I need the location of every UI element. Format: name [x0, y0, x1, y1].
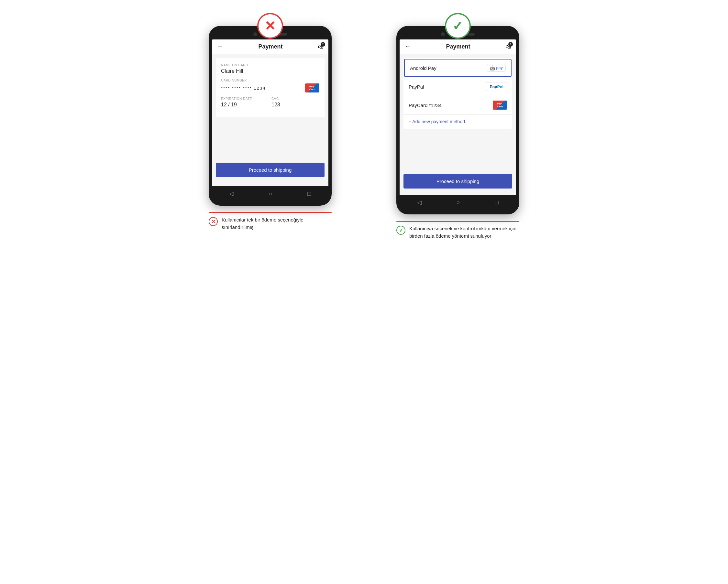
android-pay-logo: 🤖 pay — [487, 64, 506, 72]
left-cart-count: 2 — [321, 42, 325, 47]
right-caption-line — [396, 221, 519, 222]
paypal-logo-text: PayPal — [490, 84, 503, 89]
add-payment-label: + Add new payment method — [409, 119, 465, 124]
right-nav-home[interactable]: ○ — [457, 199, 460, 206]
android-pay-name: Android Pay — [410, 65, 437, 71]
left-caption-icon: ✕ — [211, 219, 215, 225]
left-screen-content: NAME ON CARD Claire Hill CARD NUMBER ***… — [212, 54, 329, 186]
paypal-logo: PayPal — [486, 82, 507, 91]
right-cart-count: 2 — [508, 42, 513, 47]
left-caption: ✕ Kullanıcılar tek bir ödeme seçeneğiyle… — [209, 212, 332, 231]
left-badge: ✕ — [257, 13, 283, 39]
card-last4: 1234 — [254, 86, 266, 90]
card-dots-text: **** **** **** — [221, 86, 252, 90]
left-badge-symbol: ✕ — [265, 19, 276, 33]
android-pay-item[interactable]: Android Pay 🤖 pay — [404, 59, 512, 77]
paycard-logo-list: PayCard — [493, 101, 507, 110]
expiry-row: EXPIRATION DATE 12 / 19 CVC 123 — [221, 97, 319, 112]
paypal-name: PayPal — [409, 84, 424, 89]
right-caption: ✓ Kullanıcıya seçenek ve kontrol imkânı … — [396, 221, 519, 240]
right-caption-badge: ✓ — [396, 226, 406, 235]
left-camera — [253, 32, 257, 36]
right-back-icon[interactable]: ← — [405, 43, 411, 50]
expiry-value: 12 / 19 — [221, 102, 252, 108]
right-caption-text: Kullanıcıya seçenek ve kontrol imkânı ve… — [409, 225, 519, 240]
right-proceed-button[interactable]: Proceed to shipping — [404, 174, 512, 189]
left-cart[interactable]: 🛍 2 — [318, 44, 323, 50]
right-screen-content: Android Pay 🤖 pay PayPal PayPal — [399, 54, 516, 195]
left-nav-recents[interactable]: □ — [307, 191, 311, 197]
left-bottom-nav: ◁ ○ □ — [212, 186, 329, 201]
expiry-label: EXPIRATION DATE — [221, 97, 252, 101]
right-app-bar: ← Payment 🛍 2 — [399, 39, 516, 54]
add-payment-method[interactable]: + Add new payment method — [404, 114, 512, 129]
left-caption-text: Kullanıcılar tek bir ödeme seçeneğiyle s… — [222, 216, 332, 231]
cvc-value: 123 — [271, 102, 280, 108]
right-cart[interactable]: 🛍 2 — [506, 44, 511, 50]
left-phone-section: ✕ ← Payment 🛍 2 — [186, 13, 354, 231]
right-badge: ✓ — [445, 13, 471, 39]
paycard-logo-form: PayCard — [305, 83, 319, 92]
right-caption-icon: ✓ — [399, 227, 403, 233]
left-back-icon[interactable]: ← — [217, 43, 223, 50]
right-nav-back[interactable]: ◁ — [417, 199, 422, 206]
left-nav-home[interactable]: ○ — [269, 191, 272, 197]
left-app-title: Payment — [258, 43, 283, 50]
payment-methods-card: Android Pay 🤖 pay PayPal PayPal — [404, 58, 512, 129]
android-robot-icon: 🤖 — [490, 65, 495, 71]
android-pay-text: pay — [496, 66, 503, 70]
card-form: NAME ON CARD Claire Hill CARD NUMBER ***… — [216, 58, 324, 117]
paycard-item[interactable]: PayCard *1234 PayCard — [404, 96, 512, 114]
name-value: Claire Hill — [221, 68, 319, 74]
right-nav-recents[interactable]: □ — [495, 199, 499, 206]
left-nav-back[interactable]: ◁ — [229, 190, 234, 197]
right-phone-section: ✓ ← Payment 🛍 2 — [374, 13, 542, 240]
paycard-name: PayCard *1234 — [409, 103, 442, 108]
expiry-col: EXPIRATION DATE 12 / 19 — [221, 97, 252, 112]
page-container: ✕ ← Payment 🛍 2 — [186, 13, 542, 240]
right-phone-frame: ← Payment 🛍 2 Android Pay — [396, 26, 519, 214]
paypal-item[interactable]: PayPal PayPal — [404, 78, 512, 96]
left-screen: ← Payment 🛍 2 NAME ON CARD Claire Hill C… — [212, 39, 329, 201]
right-camera — [441, 32, 445, 36]
cvc-col: CVC 123 — [271, 97, 280, 112]
left-phone-frame: ← Payment 🛍 2 NAME ON CARD Claire Hill C… — [209, 26, 332, 206]
right-screen: ← Payment 🛍 2 Android Pay — [399, 39, 516, 210]
right-app-title: Payment — [446, 43, 470, 50]
cvc-label: CVC — [271, 97, 280, 101]
left-app-bar: ← Payment 🛍 2 — [212, 39, 329, 54]
left-caption-badge: ✕ — [209, 217, 218, 226]
card-number: **** **** **** 1234 — [221, 86, 266, 90]
right-bottom-nav: ◁ ○ □ — [399, 195, 516, 210]
name-label: NAME ON CARD — [221, 63, 319, 67]
left-proceed-button[interactable]: Proceed to shipping — [216, 163, 324, 177]
right-badge-symbol: ✓ — [452, 19, 463, 33]
left-caption-line — [209, 212, 332, 213]
card-label: CARD NUMBER — [221, 79, 319, 82]
